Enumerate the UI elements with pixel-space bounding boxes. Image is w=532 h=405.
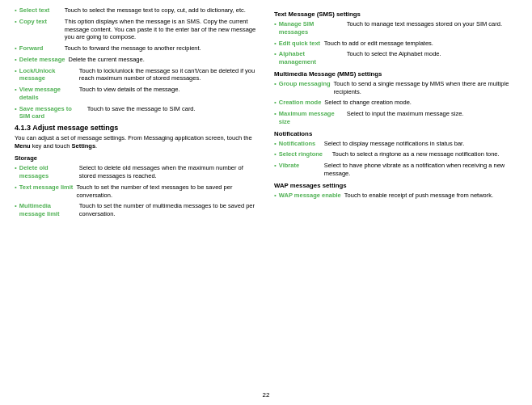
item-desc: Touch to select a ringtone as a new mess… — [332, 150, 517, 158]
item-term: Group messaging — [279, 80, 331, 88]
mms-items-list: • Group messaging Touch to send a single… — [274, 80, 517, 126]
bullet-dot: • — [15, 105, 17, 112]
item-desc: Touch to forward the message to another … — [65, 44, 258, 53]
bullet-dot: • — [15, 44, 17, 52]
item-desc: Delete the current message. — [69, 56, 258, 64]
list-item: • WAP message enable Touch to enable rec… — [274, 192, 517, 200]
item-desc: Touch to lock/unlock the message so it c… — [79, 67, 258, 83]
intro-body: You can adjust a set of message settings… — [15, 134, 252, 150]
storage-header: Storage — [15, 154, 258, 162]
item-desc: Touch to enable receipt of push message … — [344, 192, 517, 200]
item-term: Lock/Unlock message — [19, 67, 76, 83]
item-term: Vibrate — [279, 162, 321, 170]
item-term: Edit quick text — [279, 40, 321, 48]
bullet-dot: • — [15, 86, 17, 93]
item-term: Notifications — [279, 140, 321, 148]
list-item: • Alphabet management Touch to select th… — [274, 50, 517, 66]
item-term: Multimedia message limit — [19, 202, 76, 218]
list-item: • Delete old messages Select to delete o… — [15, 164, 258, 180]
item-desc: Select to display message notifications … — [324, 140, 517, 148]
item-term: Delete message — [19, 56, 65, 64]
bullet-dot: • — [274, 20, 277, 27]
list-item: • View message details Touch to view det… — [15, 86, 258, 102]
list-item: • Notifications Select to display messag… — [274, 140, 517, 148]
item-term: Creation mode — [279, 99, 322, 107]
item-desc: Touch to set the number of multimedia me… — [79, 202, 258, 218]
item-desc: Touch to manage text messages stored on … — [347, 20, 517, 28]
bullet-dot: • — [274, 110, 277, 117]
bullet-dot: • — [15, 202, 17, 209]
bullet-dot: • — [15, 164, 17, 171]
item-desc: Touch to select the Alphabet mode. — [347, 50, 517, 58]
item-term: Select ringtone — [279, 150, 329, 158]
item-term: Select text — [19, 6, 61, 15]
item-term: Alphabet management — [279, 50, 344, 66]
item-term: WAP message enable — [279, 192, 341, 200]
item-desc: Select to change creation mode. — [324, 99, 517, 107]
section-413-title: 4.1.3 Adjust message settings — [15, 124, 118, 132]
bullet-dot: • — [15, 67, 17, 74]
left-column: • Select text Touch to select the messag… — [15, 6, 266, 388]
bullet-dot: • — [15, 18, 17, 25]
storage-items-list: • Delete old messages Select to delete o… — [15, 164, 258, 218]
item-desc: Select to have phone vibrate as a notifi… — [324, 162, 517, 178]
wap-items-list: • WAP message enable Touch to enable rec… — [274, 192, 517, 200]
list-item: • Group messaging Touch to send a single… — [274, 80, 517, 96]
bullet-dot: • — [274, 99, 277, 106]
bullet-dot: • — [15, 56, 17, 63]
item-desc: Touch to send a single message by MMS wh… — [334, 80, 517, 96]
list-item: • Manage SIM messages Touch to manage te… — [274, 20, 517, 36]
list-item: • Forward Touch to forward the message t… — [15, 44, 258, 53]
item-desc: Select to delete old messages when the m… — [79, 164, 258, 180]
bullet-dot: • — [274, 162, 277, 169]
notifications-items-list: • Notifications Select to display messag… — [274, 140, 517, 178]
list-item: • Creation mode Select to change creatio… — [274, 99, 517, 107]
item-term: Manage SIM messages — [279, 20, 344, 36]
section-413-heading: 4.1.3 Adjust message settings — [15, 124, 258, 132]
list-item: • Select text Touch to select the messag… — [15, 6, 258, 15]
item-desc: Select to input the maximum message size… — [347, 110, 517, 118]
item-term: Delete old messages — [19, 164, 76, 180]
initial-items-list: • Select text Touch to select the messag… — [15, 6, 258, 120]
list-item: • Edit quick text Touch to add or edit m… — [274, 40, 517, 48]
list-item: • Delete message Delete the current mess… — [15, 56, 258, 64]
two-column-layout: • Select text Touch to select the messag… — [15, 6, 517, 388]
notifications-header: Notifications — [274, 130, 517, 137]
item-desc: Touch to save the message to SIM card. — [87, 105, 258, 113]
section-413-intro: You can adjust a set of message settings… — [15, 134, 258, 150]
wap-header: WAP messages settings — [274, 182, 517, 189]
page: • Select text Touch to select the messag… — [0, 0, 532, 405]
list-item: • Multimedia message limit Touch to set … — [15, 202, 258, 218]
list-item: • Maximum message size Select to input t… — [274, 110, 517, 126]
item-term: Save messages to SIM card — [19, 105, 84, 121]
bullet-dot: • — [274, 140, 277, 147]
list-item: • Select ringtone Touch to select a ring… — [274, 150, 517, 158]
item-term: Forward — [19, 44, 61, 53]
bullet-dot: • — [15, 6, 17, 14]
bullet-dot: • — [274, 40, 277, 47]
item-desc: This option displays when the message is… — [65, 18, 258, 41]
page-number: 22 — [15, 391, 517, 399]
item-desc: Touch to view details of the message. — [79, 86, 258, 94]
item-term: View message details — [19, 86, 76, 102]
mms-header: Multimedia Message (MMS) settings — [274, 70, 517, 78]
sms-header: Text Message (SMS) settings — [274, 11, 517, 18]
item-desc: Touch to set the number of text messages… — [76, 184, 258, 200]
bullet-dot: • — [274, 192, 277, 199]
item-term: Text message limit — [19, 184, 74, 192]
item-desc: Touch to add or edit message templates. — [324, 40, 517, 48]
list-item: • Copy text This option displays when th… — [15, 18, 258, 41]
list-item: • Lock/Unlock message Touch to lock/unlo… — [15, 67, 258, 83]
right-column: Text Message (SMS) settings • Manage SIM… — [266, 6, 517, 388]
sms-items-list: • Manage SIM messages Touch to manage te… — [274, 20, 517, 66]
item-desc: Touch to select the message text to copy… — [65, 6, 258, 15]
bullet-dot: • — [274, 50, 277, 57]
list-item: • Save messages to SIM card Touch to sav… — [15, 105, 258, 121]
item-term: Maximum message size — [279, 110, 344, 126]
list-item: • Text message limit Touch to set the nu… — [15, 184, 258, 200]
list-item: • Vibrate Select to have phone vibrate a… — [274, 162, 517, 178]
bullet-dot: • — [15, 184, 17, 191]
item-term: Copy text — [19, 18, 61, 26]
bullet-dot: • — [274, 80, 277, 87]
bullet-dot: • — [274, 150, 277, 158]
